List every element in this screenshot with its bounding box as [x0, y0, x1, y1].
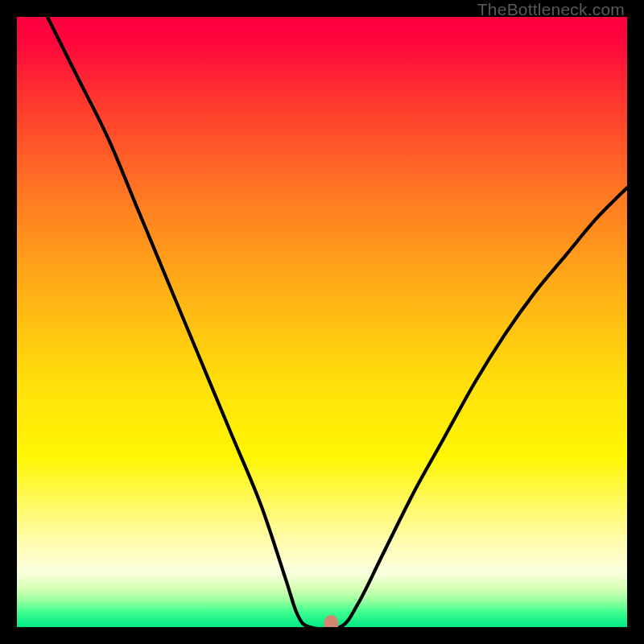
watermark-text: TheBottleneck.com: [477, 0, 625, 19]
chart-frame: [17, 17, 627, 627]
gradient-background: [17, 17, 627, 627]
bottleneck-chart: [17, 17, 627, 627]
